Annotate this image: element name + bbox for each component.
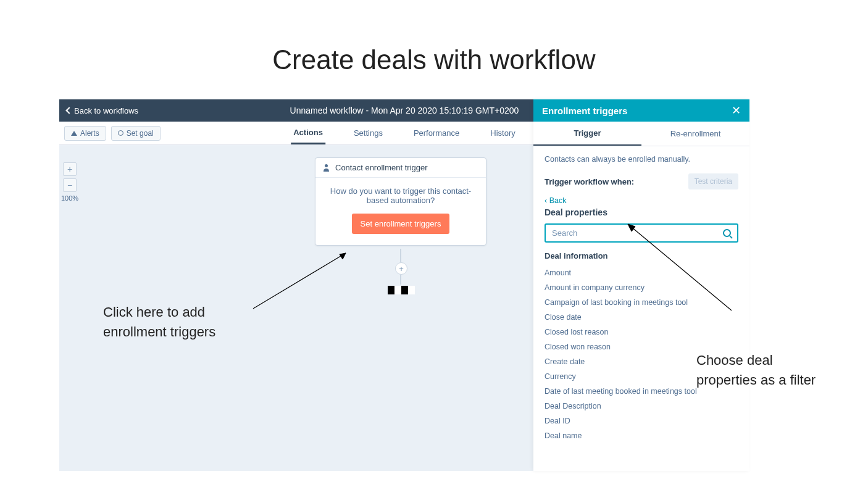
annotation-enrollment-triggers: Click here to add enrollment triggers [103, 302, 251, 342]
workflow-name[interactable]: Unnamed workflow - Mon Apr 20 2020 15:10… [290, 106, 519, 115]
contact-icon [323, 164, 330, 172]
panel-tab-reenrollment[interactable]: Re-enrollment [641, 122, 749, 146]
enroll-manual-hint: Contacts can always be enrolled manually… [545, 155, 738, 164]
zoom-controls: + − 100% [63, 162, 78, 202]
back-label: Back to workflows [74, 106, 138, 115]
trigger-card-question: How do you want to trigger this contact-… [325, 186, 476, 205]
annotation-arrow-1 [247, 247, 407, 358]
trigger-card-header: Contact enrollment trigger [315, 158, 486, 178]
svg-line-2 [628, 224, 732, 310]
panel-tabs: Trigger Re-enrollment [533, 122, 749, 146]
alert-icon [71, 131, 77, 136]
set-goal-label: Set goal [127, 129, 154, 138]
zoom-percent: 100% [61, 194, 78, 202]
enrollment-trigger-card[interactable]: Contact enrollment trigger How do you wa… [315, 157, 486, 246]
property-item[interactable]: Deal name [545, 428, 738, 443]
tab-settings[interactable]: Settings [351, 122, 385, 144]
panel-header: Enrollment triggers ✕ [533, 99, 749, 122]
trigger-card-body: How do you want to trigger this contact-… [315, 178, 486, 245]
filter-section-title: Deal properties [545, 207, 738, 217]
zoom-out-button[interactable]: − [63, 178, 77, 192]
back-to-workflows-link[interactable]: Back to workflows [67, 106, 138, 115]
workflow-tabs: Actions Settings Performance History [291, 122, 518, 144]
svg-marker-3 [628, 224, 635, 231]
alerts-label: Alerts [80, 129, 99, 138]
chevron-left-icon [65, 107, 72, 114]
close-icon[interactable]: ✕ [732, 104, 741, 117]
zoom-in-button[interactable]: + [63, 162, 77, 176]
tab-history[interactable]: History [488, 122, 517, 144]
panel-back-link[interactable]: ‹ Back [545, 196, 566, 205]
trigger-when-label: Trigger workflow when: [545, 177, 634, 186]
tab-performance[interactable]: Performance [411, 122, 462, 144]
test-criteria-button[interactable]: Test criteria [688, 173, 738, 189]
panel-title: Enrollment triggers [542, 106, 627, 116]
panel-tab-trigger[interactable]: Trigger [533, 122, 641, 146]
property-item[interactable]: Deal Description [545, 399, 738, 414]
tab-actions[interactable]: Actions [291, 122, 325, 144]
property-item[interactable]: Deal ID [545, 414, 738, 428]
set-goal-button[interactable]: Set goal [111, 126, 161, 141]
set-enrollment-triggers-button[interactable]: Set enrollment triggers [352, 214, 450, 234]
annotation-deal-properties: Choose deal properties as a filter [696, 351, 826, 390]
gear-icon [118, 130, 123, 136]
svg-marker-1 [340, 253, 346, 259]
svg-line-0 [253, 253, 346, 309]
slide-title: Create deals with workflow [0, 44, 868, 75]
alerts-button[interactable]: Alerts [64, 126, 106, 141]
annotation-arrow-2 [620, 218, 744, 341]
trigger-card-title: Contact enrollment trigger [335, 163, 428, 172]
